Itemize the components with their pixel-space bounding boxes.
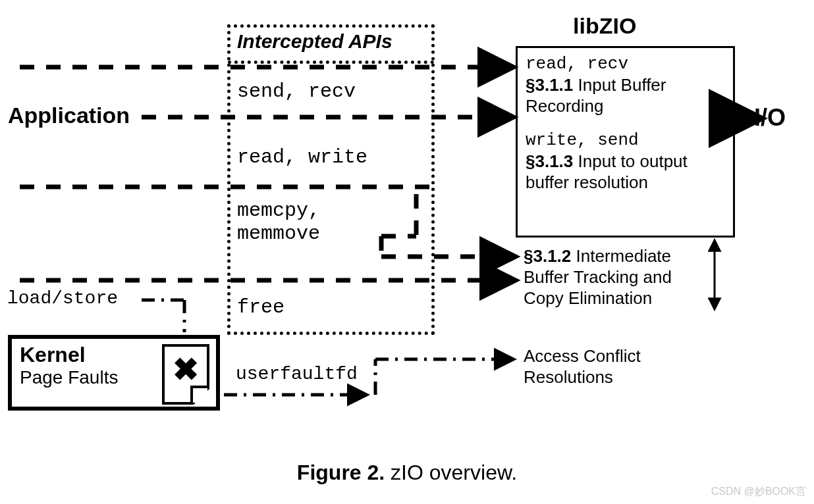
zio-write-send: write, send (526, 130, 725, 151)
io-label: I/O (754, 104, 786, 132)
apis-divider (228, 61, 434, 64)
load-store-label: load/store (7, 288, 118, 309)
diagram-stage: Application Intercepted APIs send, recv … (0, 0, 814, 504)
zio-read-recv: read, recv (526, 53, 725, 74)
intercepted-apis-title: Intercepted APIs (237, 30, 393, 53)
intercepted-apis-box (227, 24, 435, 335)
zio-311-sec: §3.1.1 (526, 75, 573, 95)
libzio-title: libZIO (573, 13, 636, 39)
access-conflict-text: Access Conflict Resolutions (524, 345, 641, 388)
zio-313-sec: §3.1.3 (526, 151, 573, 171)
api-memmove: memmove (237, 222, 320, 245)
x-icon: ✖ (173, 354, 199, 386)
conflict-line1: Access Conflict (524, 345, 641, 366)
userfaultfd-label: userfaultfd (236, 364, 358, 384)
application-label: Application (8, 103, 130, 128)
conflict-line2: Resolutions (524, 366, 641, 388)
page-fault-icon: ✖ (162, 344, 209, 405)
figure-caption: Figure 2. zIO overview. (0, 461, 814, 485)
figure-caption-text: zIO overview. (391, 461, 517, 484)
kernel-box: Kernel Page Faults ✖ (8, 335, 220, 411)
watermark: CSDN @妙BOOK言 (711, 485, 806, 499)
api-free: free (237, 296, 285, 318)
zio-313: §3.1.3 Input to output buffer resolution (526, 151, 725, 193)
tracking-line3: Copy Elimination (524, 288, 741, 309)
tracking-sec: §3.1.2 (524, 246, 571, 266)
libzio-box: read, recv §3.1.1 Input Buffer Recording… (516, 46, 735, 238)
tracking-line2: Buffer Tracking and (524, 266, 741, 288)
api-memcpy: memcpy, (237, 199, 320, 222)
tracking-line1: Intermediate (576, 246, 672, 266)
zio-311: §3.1.1 Input Buffer Recording (526, 74, 725, 116)
api-read-write: read, write (237, 146, 367, 168)
api-send-recv: send, recv (237, 80, 356, 103)
figure-number: Figure 2. (297, 461, 385, 484)
tracking-text: §3.1.2 Intermediate Buffer Tracking and … (524, 245, 741, 309)
